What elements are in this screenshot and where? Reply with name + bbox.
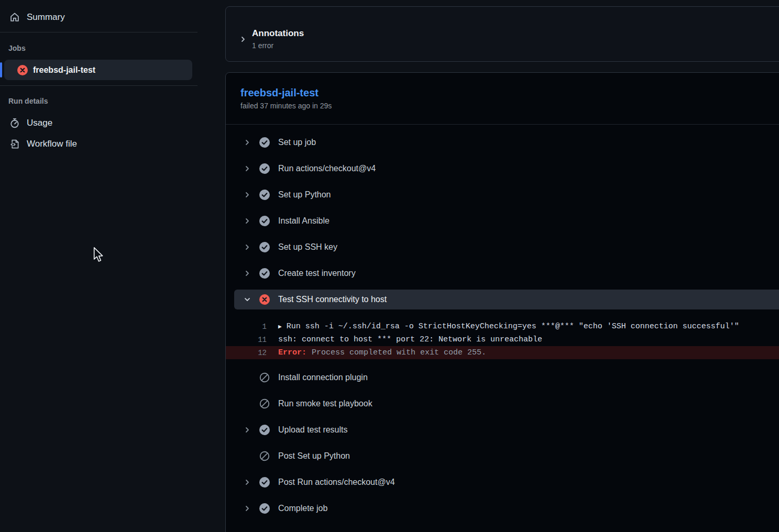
log-line-text: Error:Process completed with exit code 2… bbox=[278, 348, 486, 357]
chevron-right-icon bbox=[243, 504, 251, 513]
jobs-section-label: Jobs bbox=[8, 44, 26, 52]
step-row-install-connection-plugin: Install connection plugin bbox=[226, 364, 779, 391]
annotations-panel: Annotations 1 error bbox=[225, 6, 779, 62]
selected-job-accent-bar bbox=[0, 62, 2, 77]
step-row-test-ssh-connectivity-to-host[interactable]: Test SSH connectivity to host bbox=[234, 290, 779, 309]
chevron-down-icon bbox=[243, 295, 251, 304]
step-row-run-actions-checkout-v4[interactable]: Run actions/checkout@v4 bbox=[226, 156, 779, 182]
step-label: Install Ansible bbox=[278, 216, 330, 226]
sidebar-divider bbox=[0, 32, 198, 32]
sidebar-item-summary[interactable]: Summary bbox=[9, 8, 65, 27]
sidebar-summary-label: Summary bbox=[27, 12, 65, 23]
chevron-right-icon bbox=[243, 217, 251, 225]
chevron-right-icon bbox=[243, 243, 251, 251]
success-icon bbox=[259, 425, 270, 435]
success-icon bbox=[259, 242, 270, 252]
skipped-icon bbox=[259, 451, 270, 461]
step-label: Install connection plugin bbox=[278, 373, 368, 382]
error-label: Error: bbox=[278, 348, 306, 357]
success-icon bbox=[259, 503, 270, 514]
log-line-number[interactable]: 1 bbox=[226, 323, 267, 331]
sidebar-usage-label: Usage bbox=[27, 118, 52, 128]
success-icon bbox=[259, 216, 270, 226]
sidebar-job-label: freebsd-jail-test bbox=[33, 65, 95, 75]
annotations-error-count: 1 error bbox=[252, 41, 304, 50]
step-row-create-test-inventory[interactable]: Create test inventory bbox=[226, 260, 779, 286]
skipped-icon bbox=[259, 398, 270, 409]
log-line-12: 12Error:Process completed with exit code… bbox=[226, 346, 779, 359]
success-icon bbox=[259, 477, 270, 487]
success-icon bbox=[259, 268, 270, 279]
chevron-right-icon bbox=[243, 426, 251, 434]
command-group-marker-icon[interactable]: ▶ bbox=[278, 323, 282, 330]
annotations-toggle[interactable]: Annotations 1 error bbox=[239, 28, 304, 50]
chevron-right-icon bbox=[239, 35, 247, 46]
annotations-title: Annotations bbox=[252, 28, 304, 39]
step-label: Post Set up Python bbox=[278, 451, 350, 461]
step-label: Set up SSH key bbox=[278, 242, 337, 252]
job-title-link[interactable]: freebsd-jail-test bbox=[240, 86, 319, 99]
success-icon bbox=[259, 137, 270, 148]
step-label: Upload test results bbox=[278, 425, 348, 435]
sidebar: Summary Jobs freebsd-jail-test Run detai… bbox=[0, 0, 224, 532]
log-text: ssh: connect to host *** port 22: Networ… bbox=[278, 335, 542, 344]
step-row-set-up-ssh-key[interactable]: Set up SSH key bbox=[226, 234, 779, 260]
job-header: freebsd-jail-test failed 37 minutes ago … bbox=[226, 73, 779, 125]
chevron-right-icon bbox=[243, 164, 251, 173]
success-icon bbox=[259, 190, 270, 200]
failed-icon bbox=[17, 65, 28, 75]
steps-list: Set up jobRun actions/checkout@v4Set up … bbox=[226, 125, 779, 522]
step-row-complete-job[interactable]: Complete job bbox=[226, 495, 779, 522]
failed-icon bbox=[259, 294, 270, 305]
step-row-set-up-job[interactable]: Set up job bbox=[226, 129, 779, 156]
skipped-icon bbox=[259, 372, 270, 383]
step-label: Run actions/checkout@v4 bbox=[278, 164, 376, 173]
log-line-number[interactable]: 12 bbox=[226, 349, 267, 357]
step-row-post-run-actions-checkout-v4[interactable]: Post Run actions/checkout@v4 bbox=[226, 469, 779, 495]
step-row-run-smoke-test-playbook: Run smoke test playbook bbox=[226, 391, 779, 417]
step-row-install-ansible[interactable]: Install Ansible bbox=[226, 208, 779, 234]
log-line-text: ▶Run ssh -i ~/.ssh/id_rsa -o StrictHostK… bbox=[278, 322, 739, 331]
chevron-right-icon bbox=[243, 478, 251, 486]
log-line-number[interactable]: 11 bbox=[226, 336, 267, 344]
job-status-line: failed 37 minutes ago in 29s bbox=[240, 102, 770, 110]
stopwatch-icon bbox=[9, 118, 20, 128]
step-label: Complete job bbox=[278, 504, 327, 513]
job-log-panel: freebsd-jail-test failed 37 minutes ago … bbox=[225, 72, 779, 532]
step-label: Post Run actions/checkout@v4 bbox=[278, 478, 395, 487]
sidebar-divider bbox=[0, 85, 198, 86]
step-label: Run smoke test playbook bbox=[278, 399, 372, 408]
code-file-icon bbox=[9, 139, 20, 149]
step-label: Set up Python bbox=[278, 190, 331, 199]
step-log: 1▶Run ssh -i ~/.ssh/id_rsa -o StrictHost… bbox=[226, 313, 779, 364]
step-row-upload-test-results[interactable]: Upload test results bbox=[226, 417, 779, 443]
log-line-11: 11ssh: connect to host *** port 22: Netw… bbox=[226, 333, 779, 346]
step-label: Set up job bbox=[278, 138, 316, 147]
log-line-text: ssh: connect to host *** port 22: Networ… bbox=[278, 335, 542, 344]
sidebar-workflow-file-label: Workflow file bbox=[27, 139, 77, 149]
step-row-set-up-python[interactable]: Set up Python bbox=[226, 182, 779, 208]
home-icon bbox=[9, 12, 20, 23]
step-label: Create test inventory bbox=[278, 269, 356, 278]
step-label: Test SSH connectivity to host bbox=[278, 295, 387, 304]
run-details-section-label: Run details bbox=[8, 97, 48, 105]
sidebar-item-usage[interactable]: Usage bbox=[9, 114, 52, 132]
chevron-right-icon bbox=[243, 138, 251, 147]
log-text: Run ssh -i ~/.ssh/id_rsa -o StrictHostKe… bbox=[287, 322, 739, 331]
chevron-right-icon bbox=[243, 191, 251, 199]
sidebar-item-workflow-file[interactable]: Workflow file bbox=[9, 135, 77, 153]
chevron-right-icon bbox=[243, 269, 251, 278]
success-icon bbox=[259, 163, 270, 174]
log-line-1: 1▶Run ssh -i ~/.ssh/id_rsa -o StrictHost… bbox=[226, 320, 779, 333]
step-row-post-set-up-python: Post Set up Python bbox=[226, 443, 779, 469]
log-text: Process completed with exit code 255. bbox=[312, 348, 486, 357]
sidebar-item-job-freebsd-jail-test[interactable]: freebsd-jail-test bbox=[4, 60, 192, 80]
